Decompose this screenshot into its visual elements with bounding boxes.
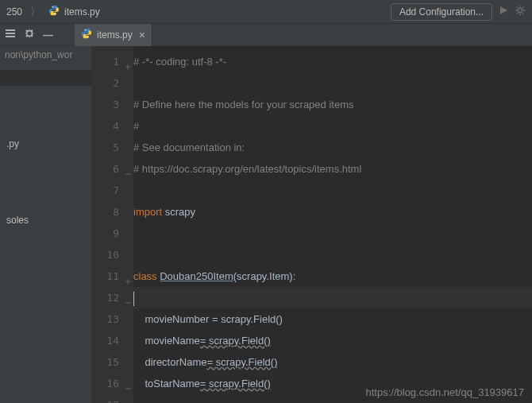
fold-icon[interactable] — [124, 271, 132, 279]
breadcrumb: 250 〉 items.py — [6, 5, 100, 19]
sidebar-item[interactable]: soles — [0, 210, 91, 231]
text-cursor — [133, 292, 134, 306]
fold-icon[interactable] — [124, 56, 132, 64]
top-bar: 250 〉 items.py Add Configuration... — [0, 0, 532, 24]
fold-icon[interactable] — [124, 378, 132, 386]
sidebar-selection — [0, 70, 91, 86]
run-icon[interactable] — [499, 6, 508, 17]
sidebar-item[interactable]: .py — [0, 134, 91, 154]
debug-icon[interactable] — [515, 5, 526, 18]
close-icon[interactable]: × — [139, 29, 145, 41]
svg-rect-4 — [6, 33, 15, 34]
fold-icon[interactable] — [124, 293, 132, 300]
chevron-right-icon: 〉 — [30, 5, 40, 19]
project-sidebar[interactable]: non\python_wor .py soles — [0, 46, 92, 403]
code-editor[interactable]: 1 2 3 4 5 6 7 8 9 10 11 12 13 14 15 16 1… — [92, 46, 532, 403]
gear-icon[interactable] — [24, 28, 35, 41]
svg-rect-3 — [6, 29, 15, 31]
svg-point-2 — [518, 8, 522, 12]
watermark: https://blog.csdn.net/qq_31939617 — [366, 386, 525, 398]
breadcrumb-file[interactable]: items.py — [64, 6, 100, 17]
svg-point-1 — [55, 14, 56, 14]
python-file-icon — [48, 5, 60, 18]
tab-label: items.py — [97, 29, 133, 41]
python-file-icon — [81, 28, 92, 41]
svg-point-7 — [87, 37, 88, 37]
svg-point-0 — [52, 6, 53, 7]
fold-icon[interactable] — [124, 164, 132, 172]
editor-tab[interactable]: items.py × — [75, 24, 152, 46]
svg-rect-5 — [6, 36, 15, 37]
sidebar-path: non\python_wor — [0, 46, 91, 64]
add-configuration-button[interactable]: Add Configuration... — [391, 3, 492, 21]
show-options-icon[interactable] — [5, 28, 16, 41]
line-gutter: 1 2 3 4 5 6 7 8 9 10 11 12 13 14 15 16 1… — [92, 46, 133, 403]
tool-row: — items.py × — [0, 24, 532, 46]
svg-point-6 — [85, 29, 86, 30]
code-area[interactable]: # -*- coding: utf-8 -*- # Define here th… — [133, 46, 532, 403]
collapse-icon[interactable]: — — [43, 29, 53, 41]
breadcrumb-item[interactable]: 250 — [6, 6, 22, 17]
